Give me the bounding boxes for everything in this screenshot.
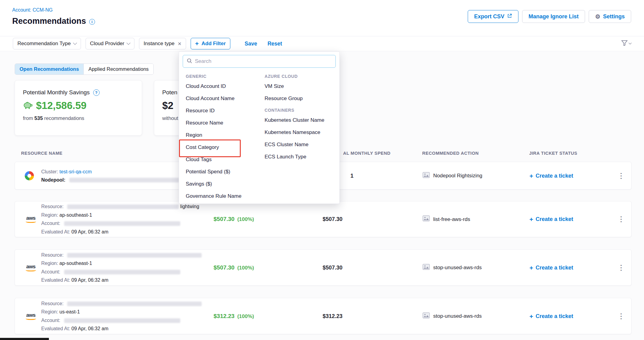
monthly-savings-value: $312.23 [214, 313, 235, 320]
create-ticket-link[interactable]: + Create a ticket [529, 172, 573, 179]
filter-option-kubernetes-namespace[interactable]: Kubernetes Namespace [265, 126, 333, 139]
monthly-spend-value: $312.23 [323, 313, 342, 319]
account-label: Account: [41, 269, 60, 274]
region-value: us-east-1 [60, 309, 80, 314]
region-label: Region: [41, 261, 58, 266]
save-filter-link[interactable]: Save [245, 41, 257, 47]
savings-amount: $12,586.59 [36, 100, 86, 111]
spend-amount-partial: $2 [162, 100, 174, 111]
evaluated-at-label: Evaluated At: [41, 326, 70, 331]
filter-option-cloud-account-name[interactable]: Cloud Account Name [186, 92, 265, 105]
region-value: ap-southeast-1 [60, 212, 92, 218]
filter-option-cost-category[interactable]: Cost Category [186, 141, 265, 154]
gcp-icon [25, 171, 34, 180]
savings-percent: (100%) [237, 313, 254, 320]
close-icon[interactable]: × [178, 41, 181, 47]
filter-panel-toggle[interactable] [621, 40, 631, 47]
redacted-value [69, 178, 179, 183]
manage-ignore-list-button[interactable]: Manage Ignore List [522, 10, 585, 23]
add-filter-button[interactable]: + Add Filter [191, 38, 230, 49]
monthly-savings-value: $507.30 [214, 216, 235, 222]
bottom-edge-bar [0, 338, 49, 340]
nodepool-label: Nodepool: [41, 177, 65, 183]
row-menu-kebab-icon[interactable]: ⋮ [617, 215, 625, 223]
filter-option-kubernetes-cluster-name[interactable]: Kubernetes Cluster Name [265, 114, 333, 126]
evaluated-at-value: 09 Apr, 06:32 am [71, 229, 108, 234]
info-icon[interactable]: i [89, 19, 95, 25]
filter-option-resource-group[interactable]: Resource Group [265, 92, 333, 105]
filter-option-vm-size[interactable]: VM Size [265, 80, 333, 92]
filter-chip-cloud-provider[interactable]: Cloud Provider [86, 38, 134, 49]
section-title-azure-cloud: AZURE CLOUD [265, 74, 333, 79]
redacted-value [67, 302, 202, 306]
chip-label: Cloud Provider [90, 41, 124, 47]
chip-label: Instance type [144, 41, 174, 47]
table-row[interactable]: aws Resource: Region: us-east-1 Account:… [15, 298, 631, 334]
search-input[interactable] [195, 58, 332, 64]
create-ticket-link[interactable]: + Create a ticket [529, 313, 573, 319]
filter-option-cloud-tags[interactable]: Cloud Tags [186, 154, 265, 166]
row-menu-kebab-icon[interactable]: ⋮ [617, 264, 625, 271]
settings-label: Settings [603, 13, 625, 20]
filter-option-ecs-launch-type[interactable]: ECS Launch Type [265, 151, 333, 163]
manage-ignore-list-label: Manage Ignore List [529, 13, 579, 20]
region-label: Region: [41, 212, 58, 218]
gear-icon: ⚙ [595, 14, 600, 20]
create-ticket-link[interactable]: + Create a ticket [529, 216, 573, 222]
breadcrumb[interactable]: Account: CCM-NG [12, 7, 53, 13]
filter-option-resource-name[interactable]: Resource Name [186, 117, 265, 129]
piggy-bank-icon [23, 101, 33, 110]
aws-icon: aws [25, 264, 37, 271]
column-header-recommended-action: RECOMMENDED ACTION [422, 151, 479, 156]
row-menu-kebab-icon[interactable]: ⋮ [617, 172, 625, 179]
create-ticket-link[interactable]: + Create a ticket [529, 264, 573, 271]
savings-percent: (100%) [237, 265, 254, 271]
recommended-action-label: stop-unused-aws-rds [433, 265, 482, 271]
filter-option-cloud-account-id[interactable]: Cloud Account ID [186, 80, 265, 92]
table-row[interactable]: aws Resource: Region: ap-southeast-1 Acc… [15, 249, 631, 286]
filter-option-savings[interactable]: Savings ($) [186, 178, 265, 190]
header-buttons: Export CSV Manage Ignore List ⚙ Settings [468, 10, 631, 23]
resource-label: Resource: [41, 204, 64, 209]
aws-icon: aws [25, 215, 37, 223]
action-thumbnail-icon [423, 264, 430, 271]
recommendation-tabs: Open Recommendations Applied Recommendat… [15, 63, 154, 75]
settings-button[interactable]: ⚙ Settings [589, 10, 631, 23]
tab-open-recommendations[interactable]: Open Recommendations [15, 64, 83, 74]
filter-option-potential-spend[interactable]: Potential Spend ($) [186, 166, 265, 178]
recommended-action-label: Nodepool Rightsizing [433, 173, 482, 179]
filter-chip-recommendation-type[interactable]: Recommendation Type [13, 38, 81, 49]
help-icon[interactable]: ? [93, 89, 100, 96]
filter-option-resource-id[interactable]: Resource ID [186, 105, 265, 117]
export-csv-button[interactable]: Export CSV [468, 10, 518, 23]
export-csv-label: Export CSV [474, 13, 504, 20]
column-header-monthly-spend: AL MONTHLY SPEND [343, 151, 390, 156]
page-title: Recommendations [12, 16, 86, 26]
chevron-down-icon [73, 41, 77, 45]
monthly-savings-value: $507.30 [214, 264, 235, 271]
cluster-name-link[interactable]: test-sri-qa-ccm [60, 169, 92, 174]
resource-label: Resource: [41, 252, 64, 258]
recommended-action-label: stop-unused-aws-rds [433, 313, 482, 319]
redacted-value [67, 253, 202, 258]
action-thumbnail-icon [423, 215, 430, 223]
evaluated-at-label: Evaluated At: [41, 229, 70, 234]
table-row[interactable]: aws Resource: lightwing Region: ap-south… [15, 201, 631, 237]
tab-applied-recommendations[interactable]: Applied Recommendations [83, 64, 153, 74]
reset-filter-link[interactable]: Reset [268, 41, 282, 47]
potential-monthly-savings-card: Potential Monthly Savings ? $12,586.59 f… [15, 80, 142, 136]
evaluated-at-value: 09 Apr, 06:32 am [71, 326, 108, 331]
funnel-icon [621, 40, 628, 47]
filter-option-ecs-cluster-name[interactable]: ECS Cluster Name [265, 139, 333, 151]
section-title-generic: GENERIC [186, 74, 265, 79]
row-menu-kebab-icon[interactable]: ⋮ [617, 313, 625, 320]
redacted-value [64, 221, 180, 226]
cluster-label: Cluster: [41, 169, 58, 174]
filter-option-region[interactable]: Region [186, 129, 265, 141]
monthly-spend-value-partial: 1 [350, 172, 353, 179]
action-thumbnail-icon [423, 172, 430, 179]
chevron-down-icon [126, 41, 130, 45]
column-header-jira-ticket-status: JIRA TICKET STATUS [529, 151, 577, 156]
filter-chip-instance-type[interactable]: Instance type × [139, 38, 186, 49]
filter-option-governance-rule-name[interactable]: Governance Rule Name [186, 190, 265, 202]
